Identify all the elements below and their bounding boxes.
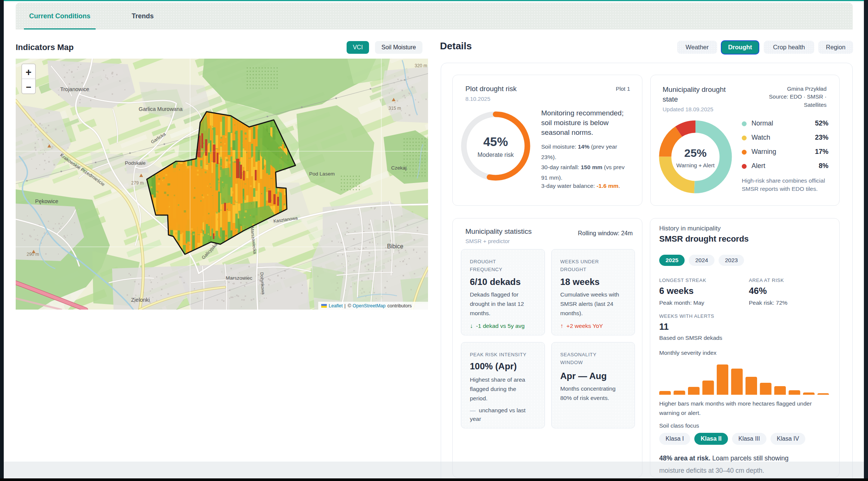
svg-text:−: −: [26, 82, 31, 92]
svg-text:Bibice: Bibice: [387, 243, 403, 249]
svg-text:Trojanowice: Trojanowice: [60, 86, 89, 92]
svg-text:Czekaj: Czekaj: [391, 165, 406, 171]
svg-text:Pod Lasem: Pod Lasem: [309, 171, 335, 177]
svg-text:279 m: 279 m: [131, 180, 143, 186]
svg-text:OpenStreetMap: OpenStreetMap: [353, 303, 385, 308]
svg-text:Leaflet: Leaflet: [329, 303, 343, 308]
svg-text:Podskale: Podskale: [125, 160, 146, 166]
svg-text:+: +: [26, 67, 32, 78]
svg-text:contributors: contributors: [387, 303, 412, 308]
svg-text:Garlica Murowana: Garlica Murowana: [139, 106, 183, 112]
svg-text:©: ©: [348, 303, 351, 308]
svg-text:315 m: 315 m: [388, 106, 401, 111]
svg-text:Zielonki: Zielonki: [131, 297, 150, 303]
svg-text:290 m: 290 m: [27, 252, 39, 257]
svg-text:|: |: [344, 303, 345, 308]
svg-text:Pękowice: Pękowice: [35, 198, 58, 204]
svg-text:320 m: 320 m: [415, 63, 427, 68]
svg-text:Marszowiec: Marszowiec: [226, 275, 252, 281]
